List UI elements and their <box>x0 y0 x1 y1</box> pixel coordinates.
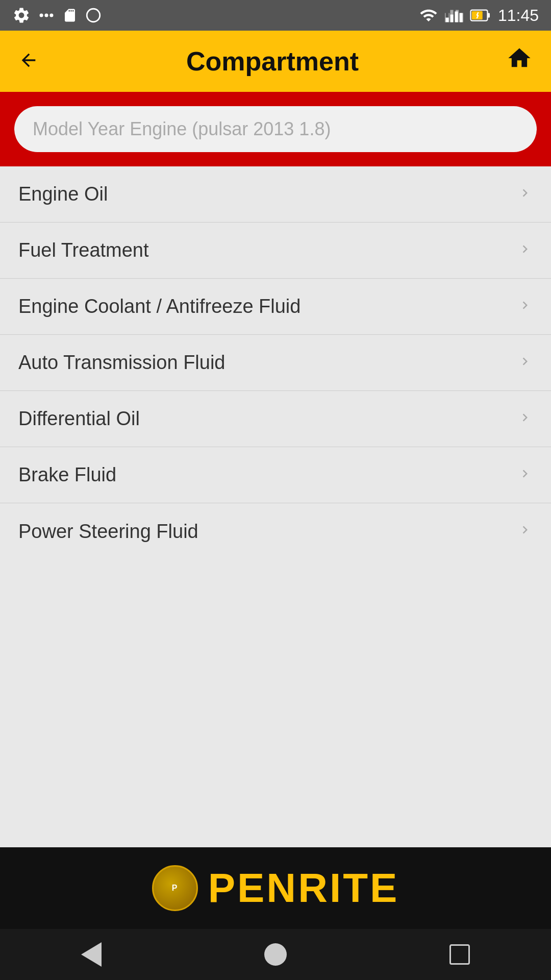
chevron-right-icon <box>517 184 533 205</box>
signal-bars-icon <box>445 6 463 24</box>
svg-point-1 <box>44 13 48 17</box>
chevron-right-icon <box>517 464 533 486</box>
penrite-logo-icon: P <box>152 865 198 911</box>
svg-rect-7 <box>459 13 462 22</box>
list-item[interactable]: Brake Fluid <box>0 447 551 503</box>
sdcard-icon <box>62 6 78 24</box>
chevron-right-icon <box>517 521 533 542</box>
back-triangle-icon <box>81 942 102 967</box>
settings-icon <box>12 6 31 24</box>
penrite-brand-name: PENRITE <box>208 865 399 912</box>
list-item-label: Differential Oil <box>18 408 140 430</box>
chevron-right-icon <box>517 352 533 374</box>
model-search-display[interactable]: Model Year Engine (pulsar 2013 1.8) <box>14 106 537 152</box>
status-time: 11:45 <box>498 6 539 25</box>
list-item-label: Engine Coolant / Antifreeze Fluid <box>18 296 300 317</box>
nav-back-button[interactable] <box>81 942 102 967</box>
nav-recents-button[interactable] <box>449 944 470 965</box>
footer-brand: P PENRITE <box>0 847 551 929</box>
recents-square-icon <box>449 944 470 965</box>
chevron-right-icon <box>517 408 533 430</box>
battery-icon <box>469 6 492 24</box>
more-icon <box>38 7 55 24</box>
list-item[interactable]: Engine Coolant / Antifreeze Fluid <box>0 279 551 335</box>
compartment-list: Engine OilFuel TreatmentEngine Coolant /… <box>0 166 551 847</box>
svg-point-0 <box>40 13 43 17</box>
list-item[interactable]: Fuel Treatment <box>0 223 551 279</box>
svg-rect-9 <box>487 13 490 18</box>
back-button[interactable] <box>18 46 39 77</box>
svg-rect-4 <box>445 18 448 22</box>
nav-bar <box>0 929 551 980</box>
list-item[interactable]: Differential Oil <box>0 391 551 447</box>
status-icons-left <box>12 6 102 24</box>
list-item-label: Auto Transmission Fluid <box>18 352 226 374</box>
svg-rect-6 <box>455 12 458 22</box>
chevron-right-icon <box>517 240 533 261</box>
list-item-label: Power Steering Fluid <box>18 521 198 543</box>
svg-point-3 <box>87 9 100 22</box>
list-item-label: Brake Fluid <box>18 464 116 486</box>
page-title: Compartment <box>186 46 359 77</box>
status-bar: 11:45 <box>0 0 551 31</box>
list-item[interactable]: Engine Oil <box>0 166 551 223</box>
home-circle-icon <box>264 943 287 966</box>
svg-point-2 <box>49 13 53 17</box>
chevron-right-icon <box>517 296 533 317</box>
list-item-label: Fuel Treatment <box>18 239 149 261</box>
signal-icon <box>85 7 102 24</box>
list-item[interactable]: Power Steering Fluid <box>0 503 551 559</box>
nav-home-button[interactable] <box>264 943 287 966</box>
search-bar-container: Model Year Engine (pulsar 2013 1.8) <box>0 92 551 166</box>
header: Compartment <box>0 31 551 92</box>
list-item-label: Engine Oil <box>18 183 108 205</box>
status-icons-right: 11:45 <box>418 6 539 25</box>
svg-rect-5 <box>450 15 453 22</box>
list-item[interactable]: Auto Transmission Fluid <box>0 335 551 391</box>
penrite-logo-inner-text: P <box>172 884 178 893</box>
home-button[interactable] <box>506 45 533 78</box>
wifi-icon <box>418 6 439 24</box>
